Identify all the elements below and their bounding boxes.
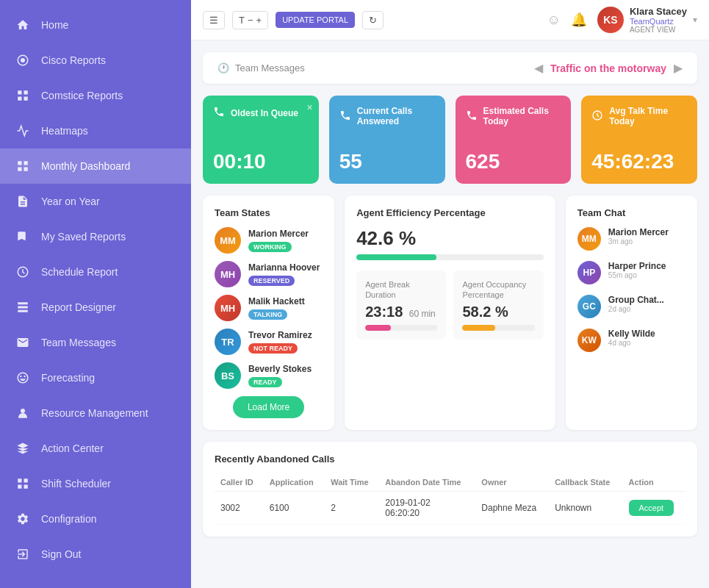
chat-info: Kelly Wilde 4d ago — [608, 329, 655, 347]
sidebar-label-team-messages: Team Messages — [41, 337, 116, 348]
configuration-icon — [15, 511, 31, 527]
action-cell: Accept — [623, 492, 685, 525]
table-column-header: Action — [623, 473, 685, 492]
sidebar-item-year-on-year[interactable]: Year on Year — [0, 184, 191, 219]
sidebar-item-shift-scheduler[interactable]: Shift Scheduler — [0, 466, 191, 501]
chat-item[interactable]: GC Group Chat... 2d ago — [577, 295, 685, 318]
abandoned-table: Caller IDApplicationWait TimeAbandon Dat… — [215, 473, 685, 525]
table-row: 3002 6100 2 2019-01-0206:20:20 Daphne Me… — [215, 492, 685, 525]
sidebar-item-configuration[interactable]: Configration — [0, 501, 191, 537]
sidebar-label-cisco-reports: Cisco Reports — [41, 54, 106, 66]
table-column-header: Abandon Date Time — [379, 473, 475, 492]
user-menu[interactable]: KS Klara Stacey TeamQuartz AGENT VIEW ▾ — [597, 6, 697, 34]
chat-avatar: MM — [577, 227, 601, 251]
svg-rect-17 — [18, 485, 21, 489]
stats-row: × Oldest In Queue 00:10 Current Calls An… — [203, 96, 697, 184]
sidebar-item-forecasting[interactable]: Forecasting — [0, 360, 191, 395]
sign-out-icon — [15, 546, 31, 562]
sidebar-label-action-center: Action Center — [41, 442, 104, 454]
minus-icon: − — [248, 15, 253, 26]
team-messages-left: 🕐 Team Messages — [217, 62, 305, 74]
heatmaps-icon — [15, 123, 31, 139]
user-text: Klara Stacey TeamQuartz AGENT VIEW — [630, 6, 687, 34]
sidebar-item-home[interactable]: Home — [0, 7, 191, 43]
next-message-button[interactable]: ▶ — [674, 61, 683, 75]
shift-scheduler-icon — [15, 476, 31, 492]
sidebar-label-shift-scheduler: Shift Scheduler — [41, 478, 111, 490]
chat-info: Harper Prince 55m ago — [608, 261, 666, 279]
bell-icon[interactable]: 🔔 — [571, 12, 587, 28]
chat-time: 55m ago — [608, 271, 666, 279]
chat-item[interactable]: MM Marion Mercer 3m ago — [577, 227, 685, 251]
stat-value: 00:10 — [213, 150, 309, 173]
sidebar-item-team-messages[interactable]: Team Messages — [0, 325, 191, 360]
sidebar-item-monthly-dashboard[interactable]: Monthly Dashboard — [0, 148, 191, 184]
table-column-header: Application — [264, 473, 325, 492]
accept-button[interactable]: Accept — [629, 500, 674, 516]
refresh-button[interactable]: ↻ — [362, 11, 384, 29]
caller-id: 3002 — [215, 492, 264, 525]
load-more-button[interactable]: Load More — [233, 396, 304, 418]
stat-icon — [591, 110, 603, 123]
hamburger-button[interactable]: ☰ — [203, 11, 225, 29]
agent-name: Marion Mercer — [248, 229, 323, 239]
sidebar-item-action-center[interactable]: Action Center — [0, 431, 191, 466]
agent-name: Trevor Ramirez — [248, 330, 323, 340]
sub-metrics: Agent Break Duration 23:18 60 min Agent … — [356, 270, 544, 340]
sub-metric-value: 58.2 % — [462, 304, 508, 320]
sidebar-item-comstice-reports[interactable]: Comstice Reports — [0, 78, 191, 113]
chat-name: Group Chat... — [608, 295, 664, 305]
agent-info: Malik Hackett TALKING — [248, 296, 323, 320]
sidebar-item-report-designer[interactable]: Report Designer — [0, 290, 191, 325]
emoji-icon[interactable]: ☺ — [547, 12, 561, 28]
sidebar-label-monthly-dashboard: Monthly Dashboard — [41, 160, 130, 172]
sidebar-item-sign-out[interactable]: Sign Out — [0, 537, 191, 572]
traffic-message: Traffic on the motorway — [550, 62, 666, 74]
sidebar-item-my-saved-reports[interactable]: My Saved Reports — [0, 219, 191, 254]
chat-info: Marion Mercer 3m ago — [608, 227, 669, 245]
sidebar-label-heatmaps: Heatmaps — [41, 125, 88, 137]
team-states-card: Team States MM Marion Mercer WORKING MH … — [203, 196, 334, 430]
svg-rect-5 — [24, 97, 28, 101]
close-icon[interactable]: × — [307, 101, 313, 113]
sidebar-item-resource-management[interactable]: Resource Management — [0, 395, 191, 431]
sidebar-label-comstice-reports: Comstice Reports — [41, 90, 123, 101]
svg-point-14 — [21, 409, 25, 413]
prev-message-button[interactable]: ◀ — [534, 61, 543, 75]
agent-avatar: MH — [215, 295, 241, 321]
forecasting-icon — [15, 370, 31, 386]
svg-rect-11 — [18, 302, 28, 304]
status-badge: READY — [248, 377, 282, 387]
sub-metric-unit: 60 min — [409, 309, 436, 319]
team-states-title: Team States — [215, 207, 323, 218]
main-content: ☰ T − + UPDATE PORTAL ↻ ☺ 🔔 KS Klara Sta… — [191, 0, 709, 588]
my-saved-reports-icon — [15, 229, 31, 245]
sidebar-item-schedule-report[interactable]: Schedule Report — [0, 254, 191, 290]
stat-label: Current Calls Answered — [357, 106, 435, 126]
agent-name: Malik Hackett — [248, 296, 323, 306]
stat-label: Avg Talk Time Today — [609, 106, 687, 126]
sidebar-item-heatmaps[interactable]: Heatmaps — [0, 113, 191, 148]
sidebar-item-cisco-reports[interactable]: Cisco Reports — [0, 43, 191, 78]
sub-metric-progress — [462, 325, 534, 331]
chat-item[interactable]: KW Kelly Wilde 4d ago — [577, 329, 685, 352]
sidebar: Home Cisco Reports Comstice Reports Heat… — [0, 0, 191, 588]
status-badge: NOT READY — [248, 343, 298, 354]
stat-value: 55 — [339, 150, 435, 173]
sub-metric: Agent Break Duration 23:18 60 min — [356, 270, 446, 340]
sub-metric-fill — [462, 325, 494, 331]
chat-list: MM Marion Mercer 3m ago HP Harper Prince… — [577, 227, 685, 352]
agent-efficiency-card: Agent Efficiency Percentage 42.6 % Agent… — [345, 196, 555, 430]
sub-metric-title: Agent Occupancy Percentage — [462, 279, 534, 301]
clock-icon: 🕐 — [217, 62, 229, 74]
chat-name: Marion Mercer — [608, 227, 669, 237]
text-format-button[interactable]: T − + — [232, 11, 268, 29]
sidebar-label-configuration: Configration — [41, 513, 97, 525]
home-icon — [15, 17, 31, 33]
chat-avatar: GC — [577, 295, 601, 318]
stat-icon — [213, 106, 225, 120]
chat-item[interactable]: HP Harper Prince 55m ago — [577, 261, 685, 284]
agent-avatar: MH — [215, 261, 241, 287]
efficiency-section: Agent Efficiency Percentage 42.6 % — [356, 207, 544, 260]
update-portal-button[interactable]: UPDATE PORTAL — [276, 12, 355, 28]
